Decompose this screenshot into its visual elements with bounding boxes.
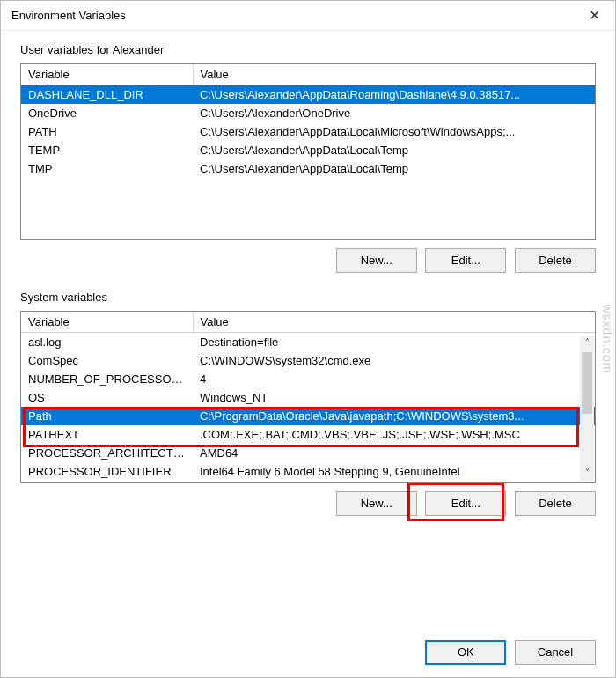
dialog-content: User variables for Alexander Variable Va… — [1, 31, 615, 633]
user-buttons-row: New... Edit... Delete — [20, 240, 596, 273]
dialog-buttons-row: OK Cancel — [1, 633, 615, 677]
system-buttons-row: New... Edit... Delete — [20, 483, 596, 516]
system-cell-value: Destination=file — [193, 333, 595, 352]
user-variables-table[interactable]: Variable Value DASHLANE_DLL_DIRC:\Users\… — [21, 64, 595, 178]
system-scrollbar[interactable]: ˄ ˅ — [580, 336, 594, 481]
system-cell-variable: NUMBER_OF_PROCESSORS — [21, 370, 193, 388]
system-cell-variable: OS — [21, 388, 193, 407]
system-variables-table-wrap: Variable Value asl.logDestination=fileCo… — [20, 311, 596, 483]
user-edit-button[interactable]: Edit... — [425, 248, 506, 273]
user-variables-table-wrap: Variable Value DASHLANE_DLL_DIRC:\Users\… — [20, 63, 596, 240]
system-cell-value: AMD64 — [193, 444, 595, 462]
user-cell-variable: OneDrive — [21, 104, 193, 122]
user-cell-value: C:\Users\Alexander\AppData\Local\Microso… — [193, 122, 595, 141]
system-cell-value: .COM;.EXE;.BAT;.CMD;.VBS;.VBE;.JS;.JSE;.… — [193, 425, 595, 444]
system-cell-value: C:\WINDOWS\system32\cmd.exe — [193, 351, 595, 370]
system-cell-value: C:\ProgramData\Oracle\Java\javapath;C:\W… — [193, 407, 595, 425]
cancel-button[interactable]: Cancel — [515, 640, 596, 665]
user-row[interactable]: DASHLANE_DLL_DIRC:\Users\Alexander\AppDa… — [21, 85, 595, 105]
scroll-up-icon[interactable]: ˄ — [580, 336, 594, 350]
system-variables-group: System variables Variable Value asl.logD… — [20, 291, 596, 516]
system-cell-value: 4 — [193, 370, 595, 388]
system-variables-table[interactable]: Variable Value asl.logDestination=fileCo… — [21, 312, 595, 481]
system-variables-label: System variables — [20, 291, 596, 304]
system-row[interactable]: PROCESSOR_IDENTIFIERIntel64 Family 6 Mod… — [21, 462, 595, 481]
titlebar: Environment Variables ✕ — [1, 1, 615, 31]
system-delete-button[interactable]: Delete — [515, 491, 596, 516]
environment-variables-dialog: Environment Variables ✕ User variables f… — [0, 0, 616, 678]
system-cell-value: Windows_NT — [193, 388, 595, 407]
user-cell-variable: TEMP — [21, 141, 193, 159]
scroll-down-icon[interactable]: ˅ — [580, 467, 594, 481]
system-row[interactable]: asl.logDestination=file — [21, 333, 595, 352]
scroll-thumb[interactable] — [582, 352, 592, 414]
system-cell-variable: Path — [21, 407, 193, 425]
system-cell-variable: PROCESSOR_IDENTIFIER — [21, 462, 193, 481]
sys-col-value[interactable]: Value — [193, 312, 595, 333]
system-row[interactable]: PROCESSOR_ARCHITECTU...AMD64 — [21, 444, 595, 462]
system-row[interactable]: ComSpecC:\WINDOWS\system32\cmd.exe — [21, 351, 595, 370]
user-new-button[interactable]: New... — [336, 248, 417, 273]
user-variables-label: User variables for Alexander — [20, 43, 596, 56]
system-row[interactable]: NUMBER_OF_PROCESSORS4 — [21, 370, 595, 388]
ok-button[interactable]: OK — [425, 640, 506, 665]
user-variables-group: User variables for Alexander Variable Va… — [20, 43, 596, 273]
user-col-value[interactable]: Value — [193, 64, 595, 85]
user-cell-value: C:\Users\Alexander\OneDrive — [193, 104, 595, 122]
system-row[interactable]: PATHEXT.COM;.EXE;.BAT;.CMD;.VBS;.VBE;.JS… — [21, 425, 595, 444]
system-row[interactable]: PathC:\ProgramData\Oracle\Java\javapath;… — [21, 407, 595, 425]
system-new-button[interactable]: New... — [336, 491, 417, 516]
system-cell-value: Intel64 Family 6 Model 58 Stepping 9, Ge… — [193, 462, 595, 481]
user-cell-variable: TMP — [21, 159, 193, 178]
system-cell-variable: ComSpec — [21, 351, 193, 370]
system-edit-button[interactable]: Edit... — [425, 491, 506, 516]
user-row[interactable]: TEMPC:\Users\Alexander\AppData\Local\Tem… — [21, 141, 595, 159]
user-row[interactable]: TMPC:\Users\Alexander\AppData\Local\Temp — [21, 159, 595, 178]
system-cell-variable: PROCESSOR_ARCHITECTU... — [21, 444, 193, 462]
user-cell-variable: PATH — [21, 122, 193, 141]
system-row[interactable]: OSWindows_NT — [21, 388, 595, 407]
system-cell-variable: asl.log — [21, 333, 193, 352]
user-cell-value: C:\Users\Alexander\AppData\Roaming\Dashl… — [193, 85, 595, 105]
user-row[interactable]: PATHC:\Users\Alexander\AppData\Local\Mic… — [21, 122, 595, 141]
system-cell-variable: PATHEXT — [21, 425, 193, 444]
sys-col-variable[interactable]: Variable — [21, 312, 193, 333]
user-col-variable[interactable]: Variable — [21, 64, 193, 85]
user-cell-value: C:\Users\Alexander\AppData\Local\Temp — [193, 141, 595, 159]
user-cell-variable: DASHLANE_DLL_DIR — [21, 85, 193, 105]
user-delete-button[interactable]: Delete — [515, 248, 596, 273]
close-icon[interactable]: ✕ — [575, 2, 613, 30]
window-title: Environment Variables — [11, 9, 126, 22]
user-row[interactable]: OneDriveC:\Users\Alexander\OneDrive — [21, 104, 595, 122]
user-cell-value: C:\Users\Alexander\AppData\Local\Temp — [193, 159, 595, 178]
